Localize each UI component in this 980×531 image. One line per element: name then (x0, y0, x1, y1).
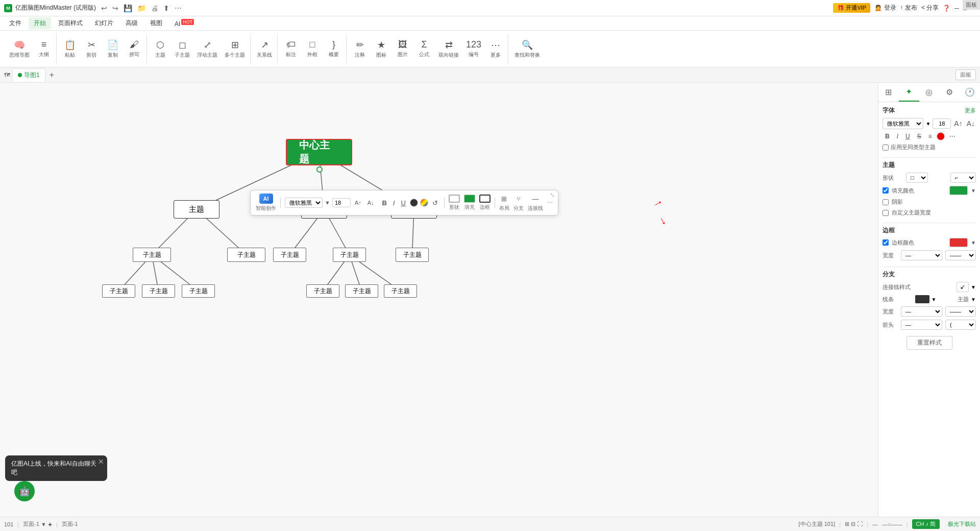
toolbar-format-btn[interactable]: 🖌 拼写 (124, 35, 144, 63)
sub1-1-3-node[interactable]: 子主题 (182, 284, 215, 298)
ft-border-btn[interactable] (479, 195, 491, 203)
font-family-select[interactable]: 微软雅黑 (883, 118, 923, 129)
toolbar-find-btn[interactable]: 🔍 查找和替换 (511, 35, 543, 63)
status-add-page-btn[interactable]: + (48, 520, 52, 528)
panel-toggle[interactable]: 面板 (955, 69, 976, 80)
export-button[interactable]: ⬆ (161, 3, 172, 13)
resize-handle[interactable] (316, 166, 323, 173)
panel-tab-location[interactable]: ◎ (919, 83, 940, 102)
ft-font-color[interactable] (410, 199, 418, 207)
border-color-dropdown[interactable]: ▼ (971, 240, 976, 246)
menu-ai[interactable]: AIHOT (169, 18, 199, 29)
bold-btn[interactable]: B (883, 131, 892, 141)
login-button[interactable]: 🙍 登录 (874, 4, 896, 12)
toolbar-number-btn[interactable]: 123 编号 (463, 35, 484, 63)
custom-width-checkbox[interactable] (883, 210, 889, 216)
connector-style-btn[interactable]: ↙ (957, 282, 969, 292)
font-smaller-btn[interactable]: A↓ (966, 118, 976, 129)
vip-button[interactable]: 🎁 开通VIP (833, 3, 870, 13)
corner-select[interactable]: ⌐ (950, 173, 976, 183)
sub3-1-node[interactable]: 子主题 (396, 248, 429, 262)
sub2-2-2-node[interactable]: 子主题 (345, 284, 378, 298)
toolbar-frame-btn[interactable]: □ 外框 (302, 35, 323, 63)
sub2-1-node[interactable]: 子主题 (273, 248, 306, 262)
ft-font-smaller-btn[interactable]: A↓ (365, 199, 376, 207)
toolbar-icon-btn[interactable]: ★ 图标 (371, 35, 391, 63)
status-page-arrow[interactable]: ▼ (41, 521, 46, 527)
center-node[interactable]: 中心主题 (286, 139, 352, 165)
menu-file[interactable]: 文件 (4, 17, 27, 29)
ft-fill-btn[interactable] (464, 195, 475, 203)
sub1-1-node[interactable]: 子主题 (133, 248, 171, 262)
font-bigger-btn[interactable]: A↑ (953, 118, 963, 129)
ft-connector-btn[interactable]: — (530, 194, 541, 204)
share-button[interactable]: < 分享 (921, 4, 939, 12)
apply-checkbox[interactable] (883, 144, 889, 151)
sub1-1-1-node[interactable]: 子主题 (102, 284, 135, 298)
menu-advanced[interactable]: 高级 (120, 17, 143, 29)
toolbar-topic-btn[interactable]: ⬡ 主题 (150, 35, 170, 63)
ft-italic-btn[interactable]: I (391, 198, 397, 208)
toolbar-subtopic-btn[interactable]: ◻ 子主题 (172, 35, 193, 63)
strikethrough-btn[interactable]: S (915, 131, 924, 141)
ft-font-size-input[interactable] (332, 198, 351, 207)
ft-layout-btn[interactable]: ⊞ (499, 194, 509, 204)
ft-expand-btn[interactable]: ⤡ (550, 191, 555, 199)
canvas-area[interactable]: AI 智能创作 微软雅黑 ▼ A↑ A↓ B I U ↺ (0, 83, 878, 517)
ft-more-btn[interactable]: ⋯ (547, 200, 553, 206)
panel-tab-magic[interactable]: ✦ (899, 83, 919, 102)
settings-button[interactable]: ⋯ (173, 3, 184, 13)
ft-ai-button[interactable]: AI (259, 194, 273, 204)
tab-diagram1[interactable]: 导图1 (12, 68, 45, 82)
ft-font-select[interactable]: 微软雅黑 (285, 198, 323, 208)
help-button[interactable]: ❓ (943, 5, 950, 12)
ft-underline-btn[interactable]: U (399, 198, 408, 208)
align-btn[interactable]: ≡ (926, 131, 935, 141)
panel-tab-settings[interactable]: ⚙ (939, 83, 960, 102)
arrow-select[interactable]: — (901, 320, 942, 330)
undo-button[interactable]: ↩ (99, 3, 109, 13)
ft-clear-format-btn[interactable]: ↺ (430, 198, 440, 208)
save-button[interactable]: 💾 (121, 3, 134, 13)
line-color-swatch[interactable] (915, 295, 929, 303)
border-checkbox[interactable] (883, 239, 889, 246)
menu-start[interactable]: 开始 (29, 17, 51, 29)
fill-color-swatch[interactable] (949, 186, 968, 195)
menu-slideshow[interactable]: 幻灯片 (90, 17, 118, 29)
ai-chat-close-btn[interactable]: ✕ (98, 457, 104, 466)
panel-tab-clock[interactable]: 🕐 (960, 83, 980, 102)
toolbar-copy-btn[interactable]: 📄 复制 (103, 35, 123, 63)
topic-dropdown[interactable]: ▼ (971, 297, 976, 302)
shadow-checkbox[interactable] (883, 199, 889, 205)
branch-dash-select[interactable]: —— (945, 306, 976, 317)
toolbar-bilink-btn[interactable]: ⇄ 双向链接 (435, 35, 462, 63)
toolbar-outline-btn[interactable]: ≡ 大纲 (34, 35, 54, 63)
redo-button[interactable]: ↪ (110, 3, 120, 13)
border-dash-select[interactable]: —— - - (945, 250, 976, 260)
font-more-btn[interactable]: ⋯ (947, 131, 958, 141)
border-width-select[interactable]: — ── (901, 250, 942, 260)
toolbar-cut-btn[interactable]: ✂ 剪切 (81, 35, 102, 63)
toolbar-relation-btn[interactable]: ↗ 关系线 (254, 35, 275, 63)
toolbar-mindmap-btn[interactable]: 🧠 思维导图 (6, 35, 33, 63)
font-color-swatch[interactable] (937, 132, 945, 140)
toolbar-image-btn[interactable]: 🖼 图片 (393, 35, 413, 63)
sub2-2-3-node[interactable]: 子主题 (384, 284, 417, 298)
panel-tab-layout[interactable]: ⊞ (878, 83, 899, 102)
sub1-1-2-node[interactable]: 子主题 (142, 284, 175, 298)
connector-style-dropdown[interactable]: ▼ (971, 284, 976, 290)
ft-font-bigger-btn[interactable]: A↑ (353, 199, 363, 207)
line-color-dropdown[interactable]: ▼ (932, 297, 937, 302)
ft-bold-btn[interactable]: B (380, 198, 389, 208)
reset-btn[interactable]: 重置样式 (906, 336, 952, 350)
underline-btn[interactable]: U (903, 131, 913, 141)
sub2-2-1-node[interactable]: 子主题 (306, 284, 339, 298)
ft-branch-btn[interactable]: ⑂ (514, 194, 523, 204)
sub1-2-node[interactable]: 子主题 (227, 248, 265, 262)
menu-page-style[interactable]: 页面样式 (53, 17, 88, 29)
open-button[interactable]: 📁 (135, 3, 148, 13)
ai-avatar[interactable]: 🤖 (14, 481, 35, 501)
toolbar-more-btn[interactable]: ⋯ 更多 (485, 35, 506, 63)
tab-add-button[interactable]: + (47, 70, 56, 80)
border-color-swatch[interactable] (949, 238, 968, 247)
